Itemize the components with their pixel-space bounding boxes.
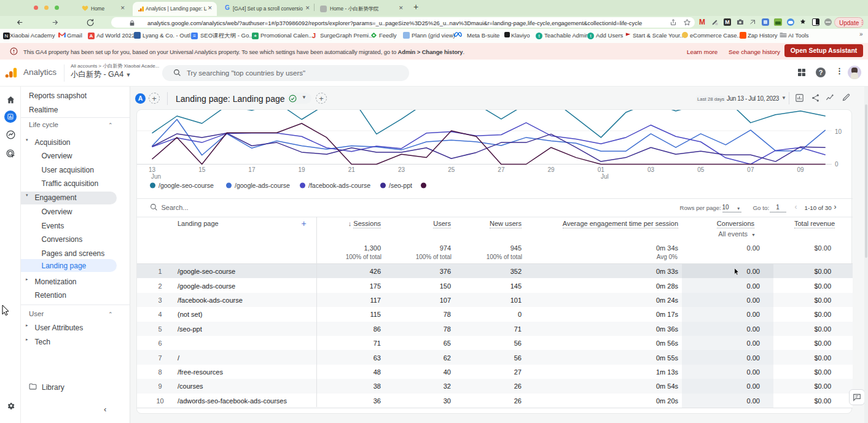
svg-text:/google-ads-course: /google-ads-course	[235, 182, 290, 189]
svg-text:/facebook-ads-course: /facebook-ads-course	[308, 182, 370, 189]
svg-text:27: 27	[498, 166, 505, 173]
svg-text:13: 13	[148, 166, 155, 173]
svg-text:Jul: Jul	[600, 173, 608, 180]
svg-text:17: 17	[248, 166, 256, 173]
svg-text:25: 25	[448, 166, 455, 173]
svg-text:15: 15	[198, 166, 206, 173]
svg-text:03: 03	[647, 166, 654, 173]
svg-text:0: 0	[835, 161, 839, 168]
svg-text:Jun: Jun	[151, 173, 160, 180]
svg-text:19: 19	[298, 166, 305, 173]
svg-text:/seo-ppt: /seo-ppt	[389, 182, 412, 189]
svg-text:21: 21	[348, 166, 355, 173]
svg-text:23: 23	[397, 166, 405, 173]
svg-text:01: 01	[597, 166, 604, 173]
svg-text:07: 07	[747, 166, 754, 173]
svg-text:05: 05	[697, 166, 705, 173]
svg-text:29: 29	[547, 166, 555, 173]
svg-text:09: 09	[797, 166, 804, 173]
svg-text:10: 10	[835, 128, 842, 135]
svg-text:/google-seo-course: /google-seo-course	[158, 182, 214, 189]
